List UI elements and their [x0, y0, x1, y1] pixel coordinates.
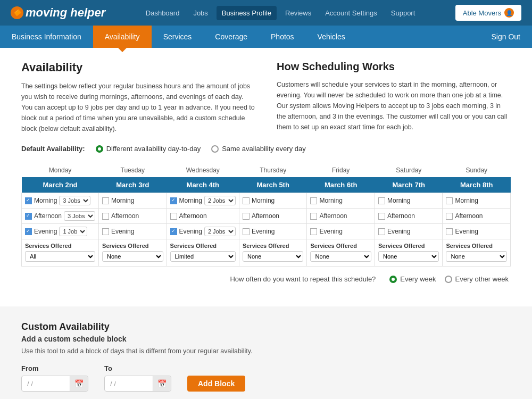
wed-evening-check[interactable]	[170, 228, 177, 235]
custom-desc: Use this tool to add a block of days tha…	[21, 347, 511, 355]
sun-evening-check[interactable]	[446, 228, 453, 235]
nav-jobs[interactable]: Jobs	[188, 6, 213, 20]
date-inputs: From / / 📅 To / / 📅 Add Block	[21, 364, 511, 392]
custom-subtitle: Add a custom schedule block	[21, 335, 511, 343]
services-row: Services Offered AllNoneLimited Services…	[22, 239, 511, 267]
sat-evening-check[interactable]	[378, 228, 385, 235]
subnav-services[interactable]: Services	[152, 26, 204, 48]
nav-dashboard[interactable]: Dashboard	[140, 6, 185, 20]
sun-services-label: Services Offered	[446, 243, 507, 249]
wed-evening: Evening 2 Jobs	[167, 224, 239, 239]
wed-services-label: Services Offered	[170, 243, 236, 249]
sub-nav: Business Information Availability Servic…	[0, 26, 532, 48]
to-group: To / / 📅	[104, 364, 171, 392]
sun-evening: Evening	[443, 224, 511, 239]
fri-evening-check[interactable]	[310, 228, 317, 235]
add-block-button[interactable]: Add Block	[187, 376, 245, 392]
radio-different[interactable]: Different availability day-to-day	[96, 145, 201, 153]
sun-morning-check[interactable]	[446, 197, 453, 204]
wed-services-cell: Services Offered LimitedAllNone	[167, 239, 239, 267]
sat-morning-check[interactable]	[378, 197, 385, 204]
default-availability: Default Availability: Different availabi…	[21, 145, 511, 153]
sat-services-select[interactable]: NoneAllLimited	[378, 251, 439, 262]
date-tuesday: March 3rd	[99, 177, 167, 193]
availability-desc: The settings below reflect your regular …	[21, 81, 255, 134]
repeat-every-week-dot	[389, 276, 397, 283]
thu-evening-check[interactable]	[243, 228, 250, 235]
wed-afternoon-check[interactable]	[170, 213, 177, 220]
morning-row: Morning 3 Jobs Morning Morning	[22, 193, 511, 209]
to-label: To	[104, 364, 171, 372]
date-friday: March 6th	[307, 177, 375, 193]
from-calendar-button[interactable]: 📅	[70, 376, 88, 391]
repeat-every-other-week[interactable]: Every other week	[445, 275, 509, 283]
availability-title: Availability	[21, 61, 255, 74]
mon-afternoon-jobs[interactable]: 3 Jobs	[64, 211, 95, 221]
mon-morning-check[interactable]	[25, 197, 32, 204]
from-label: From	[21, 364, 88, 372]
from-group: From / / 📅	[21, 364, 88, 392]
afternoon-row: Afternoon 3 Jobs Afternoon After	[22, 209, 511, 224]
tue-evening-check[interactable]	[102, 228, 109, 235]
custom-title: Custom Availability	[21, 321, 511, 332]
thu-morning-check[interactable]	[243, 197, 250, 204]
mon-evening-jobs[interactable]: 1 Job	[59, 227, 87, 236]
subnav-coverage[interactable]: Coverage	[203, 26, 259, 48]
schedule-table: Monday Tuesday Wednesday Thursday Friday…	[21, 163, 511, 267]
sat-services-label: Services Offered	[378, 243, 439, 249]
wed-services-select[interactable]: LimitedAllNone	[170, 251, 236, 262]
sat-morning: Morning	[375, 193, 443, 209]
mon-afternoon-check[interactable]	[25, 213, 32, 220]
nav-support[interactable]: Support	[386, 6, 421, 20]
tue-afternoon: Afternoon	[99, 209, 167, 224]
mon-services-select[interactable]: AllNoneLimited	[25, 251, 95, 262]
repeat-other-week-label: Every other week	[455, 275, 509, 283]
thu-services-label: Services Offered	[243, 243, 304, 249]
sun-services-select[interactable]: NoneAllLimited	[446, 251, 507, 262]
fri-morning-check[interactable]	[310, 197, 317, 204]
radio-same-dot	[211, 145, 219, 153]
thu-afternoon: Afternoon	[239, 209, 307, 224]
subnav-photos[interactable]: Photos	[259, 26, 306, 48]
repeat-every-week[interactable]: Every week	[389, 275, 436, 283]
from-input-wrap: / / 📅	[21, 376, 88, 392]
mon-evening-check[interactable]	[25, 228, 32, 235]
subnav-vehicles[interactable]: Vehicles	[306, 26, 357, 48]
th-thursday: Thursday	[239, 163, 307, 177]
wed-morning-check[interactable]	[170, 197, 177, 204]
main-content: Availability The settings below reflect …	[0, 48, 532, 306]
th-tuesday: Tuesday	[99, 163, 167, 177]
sign-out-link[interactable]: Sign Out	[480, 26, 532, 48]
thu-services-select[interactable]: NoneAllLimited	[243, 251, 304, 262]
radio-same[interactable]: Same availability every day	[211, 145, 306, 153]
thu-morning: Morning	[239, 193, 307, 209]
thu-afternoon-check[interactable]	[243, 213, 250, 220]
fri-services-select[interactable]: NoneAllLimited	[310, 251, 371, 262]
subnav-business-information[interactable]: Business Information	[0, 26, 93, 48]
sat-afternoon-check[interactable]	[378, 213, 385, 220]
fri-afternoon-check[interactable]	[310, 213, 317, 220]
tue-afternoon-check[interactable]	[102, 213, 109, 220]
info-grid: Availability The settings below reflect …	[21, 61, 511, 134]
tue-morning-check[interactable]	[102, 197, 109, 204]
wed-morning-jobs[interactable]: 2 Jobs	[204, 196, 236, 205]
radio-different-dot	[96, 145, 103, 153]
sun-afternoon-check[interactable]	[446, 213, 453, 220]
default-avail-label: Default Availability:	[21, 145, 85, 153]
subnav-availability[interactable]: Availability	[93, 26, 152, 48]
nav-account-settings[interactable]: Account Settings	[320, 6, 383, 20]
tue-evening: Evening	[99, 224, 167, 239]
mon-afternoon: Afternoon 3 Jobs	[22, 209, 99, 224]
logo-icon: 🔶	[11, 6, 23, 19]
mon-services-label: Services Offered	[25, 243, 95, 249]
sun-services-cell: Services Offered NoneAllLimited	[443, 239, 511, 267]
nav-business-profile[interactable]: Business Profile	[217, 6, 277, 20]
to-calendar-button[interactable]: 📅	[153, 376, 171, 391]
mon-morning-jobs[interactable]: 3 Jobs	[59, 196, 90, 205]
wed-evening-jobs[interactable]: 2 Jobs	[204, 227, 236, 236]
wed-morning: Morning 2 Jobs	[167, 193, 239, 209]
nav-reviews[interactable]: Reviews	[280, 6, 317, 20]
tue-services-select[interactable]: NoneAllLimited	[102, 251, 163, 262]
th-saturday: Saturday	[375, 163, 443, 177]
user-button[interactable]: Able Movers 👤	[455, 5, 521, 21]
